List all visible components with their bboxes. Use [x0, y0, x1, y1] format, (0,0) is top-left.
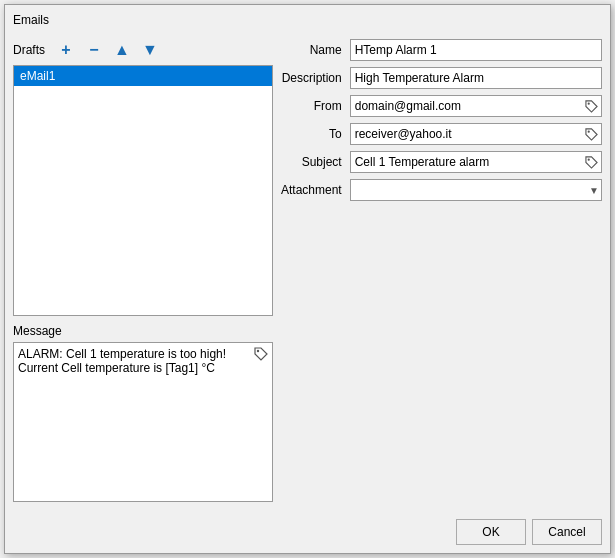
message-tag-button[interactable] — [252, 345, 270, 363]
emails-dialog: Emails Drafts + − ▲ ▼ eMail1 Message ALA… — [4, 4, 611, 554]
from-label: From — [281, 99, 342, 113]
tag-icon — [585, 128, 598, 141]
form-grid: Name Description From — [281, 39, 602, 201]
ok-button[interactable]: OK — [456, 519, 526, 545]
name-field-wrap — [350, 39, 602, 61]
tag-icon — [585, 100, 598, 113]
from-field-wrap — [350, 95, 602, 117]
subject-tag-button[interactable] — [582, 153, 600, 171]
attachment-select[interactable] — [350, 179, 602, 201]
name-input[interactable] — [350, 39, 602, 61]
message-label: Message — [13, 324, 273, 338]
left-panel: Drafts + − ▲ ▼ eMail1 Message ALARM: Cel… — [13, 39, 273, 505]
cancel-button[interactable]: Cancel — [532, 519, 602, 545]
remove-draft-button[interactable]: − — [83, 39, 105, 61]
description-label: Description — [281, 71, 342, 85]
message-area-container: ALARM: Cell 1 temperature is too high! C… — [13, 342, 273, 505]
tag-icon — [254, 347, 268, 361]
svg-point-1 — [587, 102, 589, 104]
to-input[interactable] — [350, 123, 602, 145]
bottom-bar: OK Cancel — [13, 513, 602, 545]
subject-label: Subject — [281, 155, 342, 169]
attachment-label: Attachment — [281, 183, 342, 197]
description-field-wrap — [350, 67, 602, 89]
dialog-title: Emails — [13, 13, 602, 31]
from-input[interactable] — [350, 95, 602, 117]
name-label: Name — [281, 43, 342, 57]
move-up-button[interactable]: ▲ — [111, 39, 133, 61]
add-draft-button[interactable]: + — [55, 39, 77, 61]
drafts-label: Drafts — [13, 43, 45, 57]
message-section: Message ALARM: Cell 1 temperature is too… — [13, 324, 273, 505]
to-tag-button[interactable] — [582, 125, 600, 143]
drafts-list[interactable]: eMail1 — [13, 65, 273, 316]
svg-point-3 — [587, 158, 589, 160]
to-label: To — [281, 127, 342, 141]
drafts-header: Drafts + − ▲ ▼ — [13, 39, 273, 61]
svg-point-2 — [587, 130, 589, 132]
svg-point-0 — [257, 350, 259, 352]
subject-input[interactable] — [350, 151, 602, 173]
move-down-button[interactable]: ▼ — [139, 39, 161, 61]
list-item[interactable]: eMail1 — [14, 66, 272, 86]
subject-field-wrap — [350, 151, 602, 173]
tag-icon — [585, 156, 598, 169]
message-textarea[interactable]: ALARM: Cell 1 temperature is too high! C… — [13, 342, 273, 502]
description-input[interactable] — [350, 67, 602, 89]
main-content: Drafts + − ▲ ▼ eMail1 Message ALARM: Cel… — [13, 39, 602, 505]
to-field-wrap — [350, 123, 602, 145]
from-tag-button[interactable] — [582, 97, 600, 115]
attachment-field-wrap: ▼ — [350, 179, 602, 201]
right-panel: Name Description From — [281, 39, 602, 505]
